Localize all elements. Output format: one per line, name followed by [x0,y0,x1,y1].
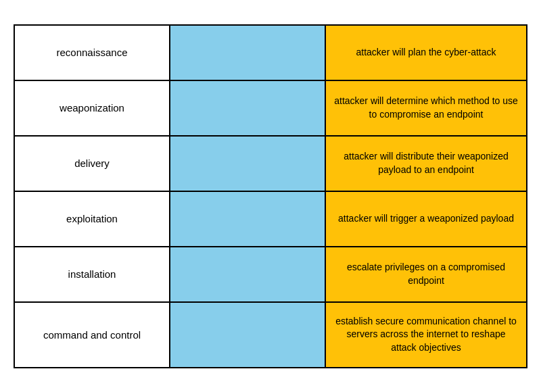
description-exploitation: attacker will trigger a weaponized paylo… [326,192,526,246]
description-weaponization: attacker will determine which method to … [326,81,526,135]
description-delivery: attacker will distribute their weaponize… [326,137,526,191]
middle-exploitation [170,192,326,246]
table-row-weaponization: weaponizationattacker will determine whi… [14,80,527,135]
label-command-and-control: command and control [15,303,170,367]
description-reconnaissance: attacker will plan the cyber-attack [326,26,526,80]
label-delivery: delivery [15,137,170,191]
cyber-kill-chain-table: reconnaissanceattacker will plan the cyb… [14,24,527,368]
description-installation: escalate privileges on a compromised end… [326,247,526,301]
table-row-delivery: deliveryattacker will distribute their w… [14,135,527,191]
label-weaponization: weaponization [15,81,170,135]
table-row-command-and-control: command and controlestablish secure comm… [14,301,527,368]
table-row-installation: installationescalate privileges on a com… [14,246,527,301]
middle-command-and-control [170,303,326,367]
description-command-and-control: establish secure communication channel t… [326,303,526,367]
middle-installation [170,247,326,301]
label-installation: installation [15,247,170,301]
middle-weaponization [170,81,326,135]
middle-reconnaissance [170,26,326,80]
table-row-exploitation: exploitationattacker will trigger a weap… [14,191,527,246]
middle-delivery [170,137,326,191]
table-row-reconnaissance: reconnaissanceattacker will plan the cyb… [14,24,527,80]
label-reconnaissance: reconnaissance [15,26,170,80]
label-exploitation: exploitation [15,192,170,246]
